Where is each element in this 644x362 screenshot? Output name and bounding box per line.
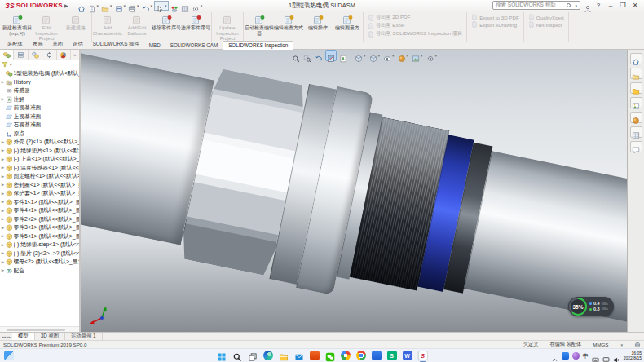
search-button[interactable] <box>232 351 242 361</box>
expand-arrow-icon[interactable]: ▶ <box>0 183 6 187</box>
featuremanager-tab[interactable] <box>0 50 14 60</box>
expand-arrow-icon[interactable]: ▶ <box>0 200 6 204</box>
expand-arrow-icon[interactable]: ▶ <box>0 140 6 144</box>
doc-tab-模型[interactable]: 模型 <box>12 333 35 340</box>
tree-root-item[interactable]: 1型铠装热电偶 (默认<默认_显示状态-1 <box>0 69 79 78</box>
caret-down-icon[interactable]: ▾ <box>392 53 395 58</box>
tree-item[interactable]: ▶(-) 绝缘垫片<1> (默认<<默认>_显 <box>0 147 79 156</box>
tab-solidworks-cam[interactable]: SOLIDWORKS CAM <box>165 42 223 49</box>
search-input[interactable]: 搜索 SOLIDWORKS 帮助 ▾ <box>492 1 580 10</box>
section-view-button[interactable] <box>325 50 337 61</box>
edit-appearance-button[interactable]: ▾ <box>397 51 410 60</box>
expand-arrow-icon[interactable]: ▶ <box>0 226 6 230</box>
caret-down-icon[interactable]: ▾ <box>165 3 167 8</box>
panel-scrollbar[interactable] <box>0 326 79 332</box>
zoom-area-button[interactable] <box>302 51 312 60</box>
view-palette-button[interactable] <box>630 97 642 108</box>
login-icon[interactable] <box>584 2 592 10</box>
green-s-app-button[interactable]: S <box>386 351 397 361</box>
expand-arrow-icon[interactable]: ▶ <box>0 166 6 170</box>
expand-arrow-icon[interactable]: ▶ <box>0 243 6 247</box>
tree-item[interactable]: ▶History <box>0 78 79 87</box>
caret-down-icon[interactable]: ▾ <box>97 3 99 8</box>
tree-item[interactable]: ▶配合 <box>0 267 79 276</box>
caret-down-icon[interactable]: ▾ <box>151 3 153 8</box>
caret-down-icon[interactable]: ▾ <box>364 53 366 58</box>
minimize-button[interactable]: – <box>605 1 616 11</box>
task-view-button[interactable] <box>247 351 258 361</box>
ribbon-button[interactable]: 编辑测量方 <box>333 12 362 42</box>
displaymanager-tab[interactable] <box>57 50 71 60</box>
tree-item[interactable]: ▶螺母<2> (默认<<默认>_显示状态 <box>0 258 79 267</box>
appearances-scenes-button[interactable] <box>630 112 642 123</box>
table-button[interactable] <box>180 1 190 11</box>
tree-item[interactable]: 原点 <box>0 130 79 139</box>
file-explorer-button[interactable] <box>278 351 289 361</box>
tab-solidworks-inspection[interactable]: SOLIDWORKS Inspection <box>223 41 293 50</box>
tab-装配体[interactable]: 装配体 <box>2 40 28 49</box>
tray-onedrive-icon[interactable] <box>562 352 569 360</box>
solidworks-app-button[interactable]: S <box>417 351 428 361</box>
forum-button[interactable] <box>630 141 642 152</box>
expand-arrow-icon[interactable]: ▶ <box>0 251 6 255</box>
wechat-button[interactable] <box>324 351 335 361</box>
mail-button[interactable] <box>293 351 304 361</box>
status-caret-icon[interactable]: ▾ <box>620 342 623 347</box>
browser-colorful-button[interactable] <box>340 351 351 361</box>
configurationmanager-tab[interactable] <box>29 50 42 60</box>
thermocouple-model[interactable] <box>81 50 627 332</box>
previous-view-button[interactable] <box>314 51 324 60</box>
tree-item[interactable]: ▶(-) 上盖<1> (默认<<默认>_显示状 <box>0 155 79 164</box>
tray-volume-icon[interactable] <box>613 352 620 360</box>
inspection-traffic-button[interactable] <box>170 1 179 11</box>
tree-item[interactable]: 传感器 <box>0 86 79 95</box>
new-document-button[interactable]: ▾ <box>87 1 100 11</box>
undo-button[interactable]: ▾ <box>141 1 154 11</box>
options-button[interactable]: ▾ <box>191 1 204 11</box>
doc-tab-3D-视图[interactable]: 3D 视图 <box>35 333 65 340</box>
tab-mbd[interactable]: MBD <box>144 42 165 49</box>
taskbar-clock[interactable]: 16:05 2022/8/15 <box>624 351 642 360</box>
tray-purple-app-icon[interactable] <box>572 352 580 360</box>
ime-language-indicator[interactable]: 中 <box>583 353 589 359</box>
dimxpertmanager-tab[interactable] <box>42 50 56 60</box>
resources-home-button[interactable] <box>630 53 642 64</box>
apply-scene-button[interactable]: ▾ <box>411 51 424 60</box>
search-icon[interactable] <box>566 2 572 9</box>
open-button[interactable]: ▾ <box>100 1 113 11</box>
tray-keyboard-icon[interactable] <box>592 352 599 360</box>
display-style-button[interactable]: ▾ <box>368 51 382 60</box>
doc-tab-运动算例-1[interactable]: 运动算例 1 <box>65 333 102 340</box>
view-orientation-button[interactable]: ▾ <box>354 51 367 60</box>
expand-arrow-icon[interactable]: ▶ <box>0 97 6 101</box>
tree-item[interactable]: ▶固定螺栓<1> (默认<<默认>_显示 <box>0 172 79 181</box>
ribbon-button[interactable]: 编辑检查方式 <box>274 12 303 42</box>
expand-arrow-icon[interactable]: ▶ <box>0 157 6 161</box>
expand-arrow-icon[interactable]: ▶ <box>0 192 6 196</box>
ribbon-button[interactable]: 启动检查编辑器 <box>245 12 274 42</box>
tab-评估[interactable]: 评估 <box>68 40 88 49</box>
home-button[interactable] <box>77 1 86 11</box>
restore-button[interactable]: ❐ <box>617 1 629 11</box>
ribbon-button[interactable]: 新建检查项目(imp;可) <box>2 12 32 42</box>
office-app-button[interactable] <box>309 351 320 361</box>
expand-arrow-icon[interactable]: ▶ <box>0 268 6 272</box>
select-button[interactable]: ▾ <box>154 1 169 11</box>
network-speed-widget[interactable]: 35% 0.4KB/s0.3KB/s <box>568 297 614 316</box>
caret-down-icon[interactable]: ▾ <box>201 3 203 8</box>
3d-viewport[interactable]: ▾▾▾▾▾▾ 35% 0.4KB/s0.3KB/s <box>81 50 627 332</box>
design-library-button[interactable] <box>630 68 642 79</box>
chrome-button[interactable] <box>355 351 366 361</box>
file-explorer-button[interactable] <box>630 82 642 94</box>
custom-properties-button[interactable] <box>630 126 642 138</box>
tree-item[interactable]: ▶注解 <box>0 95 79 104</box>
nav-first-icon[interactable]: ◂◂ <box>2 334 6 339</box>
tree-item[interactable]: 前视基准面 <box>0 104 79 113</box>
ribbon-button[interactable]: 编辑操作 <box>303 12 333 42</box>
caret-down-icon[interactable]: ▾ <box>137 3 139 8</box>
tray-monitor-icon[interactable] <box>602 352 610 360</box>
tab-草图[interactable]: 草图 <box>47 40 68 49</box>
expand-arrow-icon[interactable]: ▶ <box>0 80 6 84</box>
expand-arrow-icon[interactable]: ▶ <box>0 217 6 221</box>
tree-item[interactable]: ▶保护套<1> (默认<<默认>_显示状 <box>0 189 79 198</box>
